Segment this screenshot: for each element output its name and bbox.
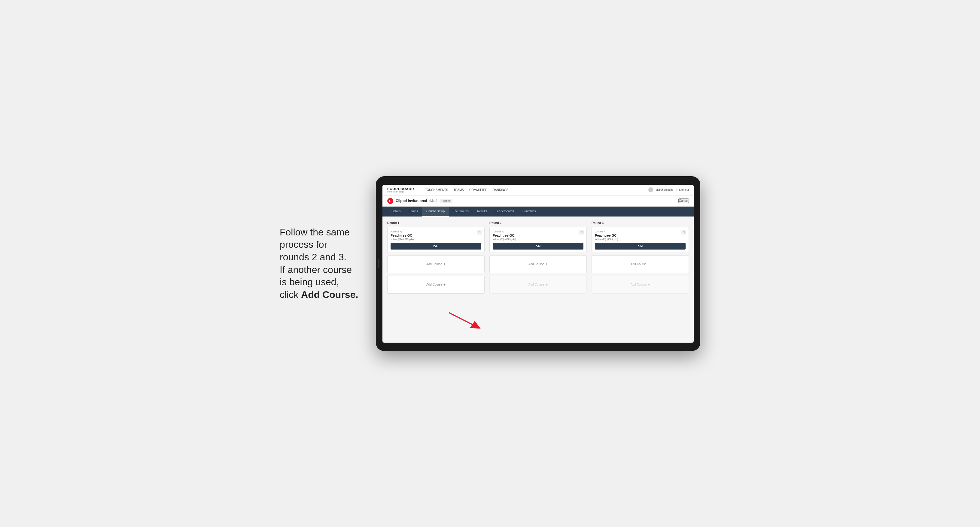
round-1-add-course-2-text: Add Course (426, 283, 442, 286)
clippd-icon: C (387, 198, 393, 204)
instruction-line1: Follow the same (280, 227, 350, 238)
instruction-line6-bold: Add Course. (301, 289, 358, 300)
tab-results[interactable]: Results (473, 206, 491, 216)
tab-details[interactable]: Details (387, 206, 405, 216)
round-1-add-course-2[interactable]: Add Course + (387, 276, 485, 294)
nav-rankings[interactable]: RANKINGS (493, 188, 508, 192)
round-1-course-name: Peachtree GC (391, 233, 481, 237)
top-nav-right: blair@clippd.io | Sign out (648, 187, 689, 192)
instruction-line2: process for (280, 239, 327, 250)
round-3-title: Round 3 (592, 221, 689, 225)
round-2-add-course-2-text: Add Course (528, 283, 544, 286)
instruction-line6-prefix: click (280, 289, 301, 300)
cancel-button[interactable]: Cancel (678, 198, 689, 203)
round-3-column: Round 3 □ (Course A) Peachtree GC Yellow… (592, 221, 689, 296)
round-3-course-label: (Course A) (595, 230, 686, 233)
tab-teams[interactable]: Teams (405, 206, 422, 216)
hosting-badge: Hosting (439, 199, 452, 203)
round-1-add-course-2-plus: + (444, 283, 445, 287)
round-1-column: Round 1 □ (Course A) Peachtree GC Yellow… (387, 221, 485, 296)
round-1-add-course-1-plus: + (444, 262, 445, 267)
round-3-remove-button[interactable]: □ (681, 230, 686, 235)
user-avatar (648, 187, 653, 192)
tab-leaderboards[interactable]: Leaderboards (491, 206, 518, 216)
round-2-add-course-1[interactable]: Add Course + (489, 255, 587, 273)
round-3-add-course-1[interactable]: Add Course + (592, 255, 689, 273)
logo-title: SCOREBOARD (387, 187, 414, 190)
round-2-course-label: (Course A) (493, 230, 584, 233)
round-2-add-course-1-text: Add Course (528, 262, 544, 266)
instruction-line4: If another course (280, 264, 352, 275)
round-3-add-course-2-plus: + (648, 283, 650, 287)
round-3-course-name: Peachtree GC (595, 233, 686, 237)
round-3-course-card: □ (Course A) Peachtree GC Yellow (M) (66… (592, 227, 689, 253)
instruction-panel: Follow the same process for rounds 2 and… (280, 226, 364, 301)
user-email: blair@clippd.io (655, 188, 673, 191)
nav-tournaments[interactable]: TOURNAMENTS (425, 188, 448, 192)
round-2-add-course-2-plus: + (546, 283, 548, 287)
nav-teams[interactable]: TEAMS (453, 188, 464, 192)
round-1-remove-button[interactable]: □ (477, 230, 482, 235)
round-1-add-course-1[interactable]: Add Course + (387, 255, 485, 273)
main-content: Round 1 □ (Course A) Peachtree GC Yellow… (382, 216, 694, 343)
round-3-add-course-2: Add Course + (592, 276, 689, 294)
round-3-add-course-2-text: Add Course (631, 283, 646, 286)
tab-bar: Details Teams Course Setup Tee Groups Re… (382, 206, 694, 216)
instruction-line5: is being used, (280, 276, 339, 287)
round-2-course-details: Yellow (M) (6629 yds) (493, 238, 584, 241)
top-nav-links: TOURNAMENTS TEAMS COMMITTEE RANKINGS (425, 188, 641, 192)
round-2-edit-button[interactable]: Edit (493, 243, 584, 249)
round-3-add-course-1-plus: + (648, 262, 650, 267)
tab-course-setup[interactable]: Course Setup (422, 206, 449, 216)
round-1-title: Round 1 (387, 221, 485, 225)
page-wrapper: Follow the same process for rounds 2 and… (280, 176, 700, 351)
round-2-remove-button[interactable]: □ (579, 230, 584, 235)
tablet-device: SCOREBOARD Powered by clippd TOURNAMENTS… (376, 176, 700, 351)
nav-separator: | (676, 188, 676, 191)
scoreboard-logo: SCOREBOARD Powered by clippd (387, 187, 414, 193)
logo-sub: Powered by clippd (387, 190, 414, 193)
instruction-line3: rounds 2 and 3. (280, 252, 347, 262)
round-2-course-card: □ (Course A) Peachtree GC Yellow (M) (66… (489, 227, 587, 253)
nav-committee[interactable]: COMMITTEE (469, 188, 487, 192)
round-2-add-course-1-plus: + (546, 262, 548, 267)
round-2-column: Round 2 □ (Course A) Peachtree GC Yellow… (489, 221, 587, 296)
round-1-add-course-1-text: Add Course (426, 262, 442, 266)
round-1-course-card: □ (Course A) Peachtree GC Yellow (M) (66… (387, 227, 485, 253)
round-3-edit-button[interactable]: Edit (595, 243, 686, 249)
sub-header-left: C Clippd Invitational (Men) Hosting (387, 198, 452, 204)
round-1-course-details: Yellow (M) (6629 yds) (391, 238, 481, 241)
tab-tee-groups[interactable]: Tee Groups (449, 206, 473, 216)
tournament-name: Clippd Invitational (396, 199, 427, 203)
round-3-course-details: Yellow (M) (6629 yds) (595, 238, 686, 241)
rounds-grid: Round 1 □ (Course A) Peachtree GC Yellow… (387, 221, 689, 296)
top-nav: SCOREBOARD Powered by clippd TOURNAMENTS… (382, 185, 694, 195)
round-2-course-name: Peachtree GC (493, 233, 584, 237)
round-2-title: Round 2 (489, 221, 587, 225)
round-1-edit-button[interactable]: Edit (391, 243, 481, 249)
men-label: (Men) (429, 199, 437, 202)
round-2-add-course-2: Add Course + (489, 276, 587, 294)
round-3-add-course-1-text: Add Course (631, 262, 646, 266)
round-1-course-label: (Course A) (391, 230, 481, 233)
tab-printables[interactable]: Printables (518, 206, 540, 216)
sub-header: C Clippd Invitational (Men) Hosting Canc… (382, 195, 694, 206)
tablet-side-button (378, 259, 379, 268)
sign-out-link[interactable]: Sign out (679, 188, 689, 191)
tablet-screen: SCOREBOARD Powered by clippd TOURNAMENTS… (382, 185, 694, 343)
